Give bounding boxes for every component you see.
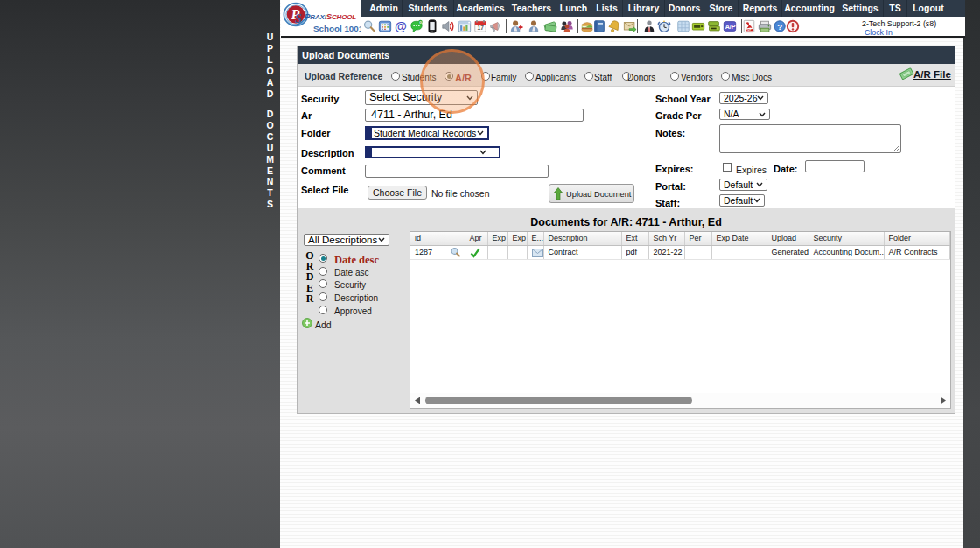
svg-text:PRAXISCHOOL: PRAXISCHOOL: [304, 11, 356, 21]
svg-text:?: ?: [777, 22, 782, 32]
svg-text:A/P: A/P: [725, 24, 736, 31]
svg-text:School 1001: School 1001: [313, 24, 364, 33]
svg-text:S: S: [295, 12, 302, 25]
svg-text:17: 17: [477, 25, 484, 31]
svg-text:o: o: [419, 20, 422, 25]
svg-text:@: @: [395, 19, 407, 33]
svg-text:PDF: PDF: [746, 28, 751, 32]
